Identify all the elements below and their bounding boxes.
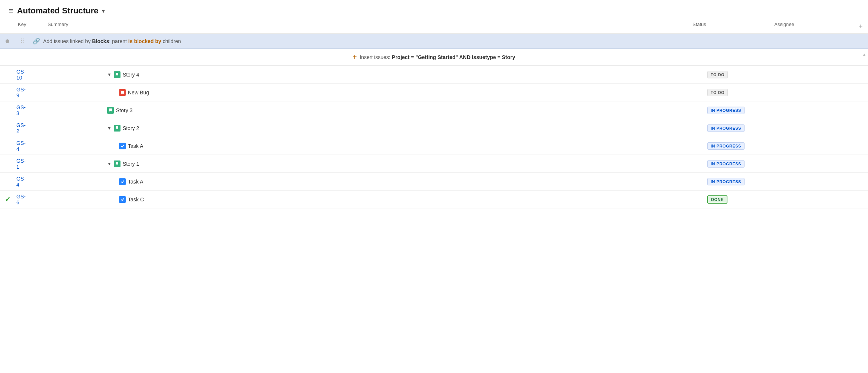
col-header-assignee: Assignee [771,22,853,30]
task-icon [119,178,126,185]
summary-text: Task A [128,179,143,185]
row-status: IN PROGRESS [704,124,786,132]
task-icon [119,143,126,149]
row-status: IN PROGRESS [704,142,786,150]
summary-text: Task C [128,197,144,202]
auto-row-content: 🔗 Add issues linked by Blocks: parent is… [30,38,689,45]
svg-marker-2 [109,108,112,111]
link-icon: 🔗 [33,38,40,45]
row-check: ✓ [0,195,15,204]
insert-row-text: Insert issues: Project = "Getting Starte… [360,54,515,60]
row-status: IN PROGRESS [704,178,786,185]
status-badge: IN PROGRESS [707,124,745,132]
row-key[interactable]: GS-9 [15,87,30,98]
col-header-key: Key [15,22,45,30]
bug-icon [119,89,126,96]
summary-text: Story 3 [116,107,132,113]
page-header: ≡ Automated Structure ▾ [0,0,868,19]
col-header-summary: Summary [45,22,119,30]
col-header-status: Status [689,22,771,30]
table-row: GS-4 Task A IN PROGRESS [0,173,868,191]
table-row: GS-9 New Bug TO DO [0,84,868,101]
add-column-button[interactable]: ＋ [853,22,868,30]
scroll-up-icon[interactable]: ▲ [862,52,867,57]
story-icon [114,160,120,167]
title-chevron-icon[interactable]: ▾ [102,7,105,14]
row-status: TO DO [704,89,786,96]
row-summary: ▼ Story 1 [104,160,704,167]
row-key[interactable]: GS-1 [15,158,30,170]
chevron-down-icon[interactable]: ▼ [107,72,112,77]
row-key[interactable]: GS-10 [15,69,30,81]
table-row: GS-10 ▼ Story 4 TO DO [0,66,868,84]
status-badge: IN PROGRESS [707,107,745,114]
row-status: IN PROGRESS [704,160,786,168]
row-summary-indent: Task C [104,196,704,203]
row-summary: ▼ Story 2 [104,125,704,132]
row-summary-indent: Task A [104,178,704,185]
svg-marker-3 [116,126,118,129]
row-summary-indent: New Bug [104,89,704,96]
scrollbar-area[interactable]: ▲ [862,52,867,57]
table-row: ✓ GS-6 Task C DONE [0,191,868,208]
row-key[interactable]: GS-6 [15,194,30,205]
svg-marker-4 [116,162,118,165]
svg-marker-0 [116,73,118,76]
status-badge: IN PROGRESS [707,160,745,168]
chevron-down-icon[interactable]: ▼ [107,161,112,166]
row-key[interactable]: GS-4 [15,140,30,152]
row-key[interactable]: GS-3 [15,104,30,116]
svg-rect-1 [121,91,124,94]
status-badge: TO DO [707,89,728,96]
table-row: GS-2 ▼ Story 2 IN PROGRESS [0,119,868,137]
task-icon [119,196,126,203]
status-badge: IN PROGRESS [707,142,745,150]
summary-text: New Bug [128,90,149,95]
summary-text: Story 2 [123,125,139,131]
table-row: GS-4 Task A IN PROGRESS [0,137,868,155]
summary-text: Story 1 [123,161,139,167]
row-key[interactable]: GS-4 [15,176,30,188]
row-summary: Story 3 [104,107,704,114]
row-status: TO DO [704,71,786,78]
summary-text: Task A [128,143,143,149]
table-row: GS-1 ▼ Story 1 IN PROGRESS [0,155,868,173]
column-headers: Key Summary Status Assignee ＋ [0,19,868,34]
row-status: IN PROGRESS [704,107,786,114]
story-icon [107,107,114,114]
row-summary-indent: Task A [104,143,704,149]
row-summary: ▼ Story 4 [104,71,704,78]
list-icon: ≡ [9,7,13,15]
page-title: Automated Structure [17,6,99,16]
status-badge: IN PROGRESS [707,178,745,185]
story-icon [114,125,120,132]
auto-row-text: Add issues linked by Blocks: parent is b… [43,38,181,44]
drag-handle-icon[interactable]: ⠿ [15,38,30,45]
auto-blocks-row: ⠿ 🔗 Add issues linked by Blocks: parent … [0,34,868,49]
insert-row: + Insert issues: Project = "Getting Star… [0,49,868,66]
story-icon [114,71,120,78]
summary-text: Story 4 [123,72,139,78]
row-key[interactable]: GS-2 [15,122,30,134]
col-header-empty [119,22,689,30]
insert-plus-icon: + [353,53,357,61]
status-badge: DONE [707,195,727,204]
row-bullet [0,39,15,43]
status-badge: TO DO [707,71,728,78]
chevron-down-icon[interactable]: ▼ [107,126,112,131]
row-status: DONE [704,195,786,204]
table-row: GS-3 Story 3 IN PROGRESS [0,101,868,119]
checkmark-icon: ✓ [5,195,10,204]
